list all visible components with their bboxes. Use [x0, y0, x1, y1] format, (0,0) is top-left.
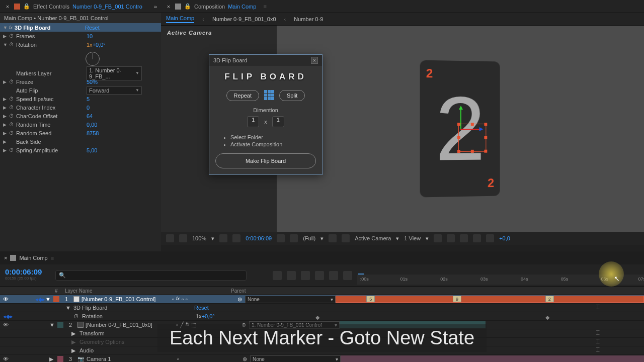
twirl-down-icon[interactable]: ▼	[65, 305, 71, 311]
fx-icon[interactable]: fx	[176, 296, 180, 302]
timecode[interactable]: 0:00:06:09	[5, 267, 50, 276]
chevron-down-icon[interactable]: ▾	[426, 235, 429, 242]
chevron-down-icon[interactable]: ▾	[211, 235, 214, 242]
rotation-dial[interactable]	[86, 52, 100, 66]
reset-exposure-icon[interactable]	[486, 234, 494, 242]
visibility-icon[interactable]: 👁	[3, 296, 9, 302]
stopwatch-icon[interactable]: ⏱	[9, 79, 16, 84]
chevron-left-icon[interactable]: ‹	[284, 16, 286, 22]
frame-blend-icon[interactable]	[315, 271, 324, 280]
grid-icon[interactable]	[264, 90, 274, 101]
keyframe-diamond-icon[interactable]: ◆	[545, 314, 549, 321]
chevron-down-icon[interactable]: ▾	[396, 235, 399, 242]
layer-marker[interactable]: 5	[366, 296, 375, 302]
markers-layer-dropdown[interactable]: 1. Number 0-9_FB_...▼	[87, 66, 142, 80]
preview-area[interactable]: 2 2 2	[277, 26, 644, 232]
camera-dropdown[interactable]: Active Camera	[355, 235, 391, 241]
menu-icon[interactable]: ≡	[51, 255, 54, 261]
layer-color-swatch[interactable]	[57, 322, 63, 328]
twirl-down-icon[interactable]: ▼	[49, 322, 55, 328]
snapshot-icon[interactable]	[277, 234, 285, 242]
flowchart-icon[interactable]	[473, 234, 481, 242]
twirl-down-icon[interactable]: ▼	[45, 296, 51, 302]
stopwatch-icon[interactable]: ⏱	[9, 147, 16, 153]
close-icon[interactable]: ×	[4, 3, 11, 10]
layer-search-input[interactable]: 🔍	[55, 270, 247, 281]
effect-header-row[interactable]: ▼ fx 3D Flip Board Reset	[0, 23, 161, 32]
rotation-value[interactable]: +0,0°	[93, 42, 106, 48]
visibility-icon[interactable]: 👁	[3, 322, 9, 328]
chevron-right-icon[interactable]: »	[154, 4, 157, 10]
frames-value[interactable]: 10	[87, 33, 93, 39]
sub-rotation-label[interactable]: Rotation	[82, 313, 173, 319]
twirl-down-icon[interactable]: ▼	[3, 25, 9, 30]
reset-link[interactable]: Reset	[85, 25, 100, 31]
close-icon[interactable]: ×	[311, 57, 318, 64]
keyframe-nav-icon[interactable]: ◂◆▸	[35, 296, 45, 303]
dimension-x-input[interactable]: 1	[247, 116, 259, 127]
layer-row-1[interactable]: 👁 ◂◆▸ ▼ 1 [Number 0-9_FB_001 Control] ▫ …	[0, 295, 644, 304]
view-dropdown[interactable]: 1 View	[404, 235, 421, 241]
work-area-end-icon[interactable]: ⌶	[596, 346, 600, 352]
pixel-aspect-icon[interactable]	[434, 234, 442, 242]
work-area-end-icon[interactable]: ⌶	[596, 338, 600, 344]
keyframe-nav-icon[interactable]: ◂◆▸	[3, 313, 13, 320]
stopwatch-icon[interactable]: ⏱	[9, 96, 16, 102]
chevron-right-icon[interactable]: ▶	[3, 105, 9, 110]
adjustment-icon[interactable]: ▫	[186, 296, 188, 302]
dimension-y-input[interactable]: 1	[272, 116, 284, 127]
parent-dropdown[interactable]: None▾	[245, 296, 336, 303]
chevron-right-icon[interactable]: ▶	[71, 339, 77, 345]
comp-mini-flowchart-icon[interactable]	[273, 271, 282, 280]
work-area-end-icon[interactable]: ⌶	[596, 329, 600, 335]
char-index-value[interactable]: 0	[87, 105, 90, 111]
random-seed-value[interactable]: 8758	[87, 130, 99, 136]
collapse-icon[interactable]: ▫	[182, 296, 184, 302]
chevron-down-icon[interactable]: ▾	[320, 235, 324, 242]
transparency-icon[interactable]	[329, 234, 337, 242]
quality-dropdown[interactable]: (Full)	[303, 235, 315, 241]
pickwhip-icon[interactable]: ⊚	[243, 356, 247, 363]
timeline-icon[interactable]	[460, 234, 468, 242]
layer-sub-effect[interactable]: ▼ 3D Flip Board Reset ⌶	[0, 304, 644, 312]
alpha-icon[interactable]	[166, 234, 174, 242]
speed-value[interactable]: 5	[87, 96, 90, 102]
layer-color-swatch[interactable]	[57, 356, 63, 362]
repeat-button[interactable]: Repeat	[226, 90, 259, 101]
keyframe-diamond-icon[interactable]: ◆	[315, 314, 319, 321]
split-button[interactable]: Split	[279, 90, 305, 101]
flip-board-dialog[interactable]: 3D Flip Board × FLIP BOARD Repeat Split …	[209, 54, 323, 175]
draft-3d-icon[interactable]	[287, 271, 296, 280]
panel-target[interactable]: Number 0-9_FB_001 Contro	[72, 4, 142, 10]
panel-target[interactable]: Main Comp	[228, 4, 256, 10]
chevron-right-icon[interactable]: ▶	[3, 148, 9, 153]
stopwatch-icon[interactable]: ⏱	[9, 113, 16, 119]
layer-bar[interactable]	[341, 355, 644, 362]
make-flip-board-button[interactable]: Make Flip Board	[215, 153, 316, 168]
auto-flip-dropdown[interactable]: Forward▼	[87, 86, 142, 95]
solo-icon[interactable]: ▫	[172, 296, 174, 302]
stopwatch-icon[interactable]: ⏱	[9, 42, 16, 47]
spring-value[interactable]: 5,00	[87, 147, 97, 153]
chevron-right-icon[interactable]: ▶	[3, 122, 9, 127]
dialog-titlebar[interactable]: 3D Flip Board ×	[209, 55, 322, 66]
current-time-display[interactable]: 0:00:06:09 00159 (25.00 fps)	[0, 264, 55, 286]
chevron-left-icon[interactable]: ‹	[202, 16, 204, 22]
lock-icon[interactable]: 🔒	[184, 3, 191, 10]
charcode-value[interactable]: 64	[87, 113, 93, 119]
chevron-right-icon[interactable]: ▶	[3, 34, 9, 39]
layer-bar[interactable]	[336, 296, 644, 303]
chevron-right-icon[interactable]: ▶	[3, 139, 9, 144]
chevron-right-icon[interactable]: ▶	[71, 330, 77, 337]
nav-deep-comp[interactable]: Number 0-9	[294, 16, 323, 22]
chevron-right-icon[interactable]: ▶	[3, 97, 9, 102]
random-time-value[interactable]: 0,00	[87, 122, 97, 128]
layer-marker[interactable]: 2	[545, 296, 554, 302]
sub-effect-name[interactable]: 3D Flip Board	[73, 305, 164, 311]
solo-icon[interactable]: ▫	[177, 356, 179, 362]
stopwatch-icon[interactable]: ⏱	[9, 33, 16, 39]
freeze-value[interactable]: 50%	[87, 79, 98, 85]
fx-icon[interactable]: fx	[9, 25, 13, 30]
selection-bounds[interactable]	[458, 124, 486, 152]
chevron-right-icon[interactable]: ▶	[49, 356, 55, 363]
